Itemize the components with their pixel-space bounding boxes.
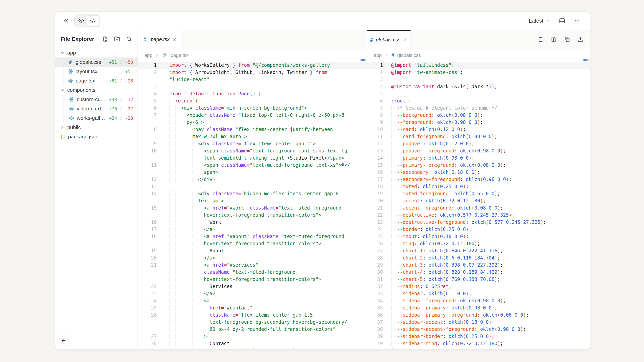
code-line[interactable]: 12 --popover: oklch(0.12 0 0); <box>367 140 590 147</box>
code-line[interactable]: 7 <header className="fixed top-0 left-0 … <box>138 112 367 119</box>
code-line[interactable]: 39 --sidebar-border: oklch(0.25 0 0); <box>367 333 590 340</box>
tree-folder-public[interactable]: public <box>55 123 138 132</box>
close-tab-icon[interactable] <box>403 38 408 42</box>
new-file-button[interactable] <box>102 36 108 42</box>
split-editor-button[interactable] <box>537 36 543 42</box>
code-line[interactable]: text-foreground bg-secondary hover:bg-se… <box>138 319 367 326</box>
code-line[interactable]: 18 --muted: oklch(0.25 0 0); <box>367 183 590 190</box>
code-line[interactable]: 1@import "tailwindcss"; <box>367 62 590 69</box>
collapse-panel-button[interactable] <box>61 16 71 25</box>
code-line[interactable]: 28 --chart-2: oklch(0.6 0.118 184.704); <box>367 254 590 262</box>
code-line[interactable]: 80 px-4 py-2 rounded-full transition-col… <box>138 326 367 333</box>
code-line[interactable]: py-6"> <box>138 119 367 126</box>
code-line[interactable]: 10 --card: oklch(0.12 0 0); <box>367 126 590 133</box>
code-line[interactable]: 20 </a> <box>138 254 367 262</box>
code-line[interactable]: 15 --primary-foreground: oklch(0.08 0 0)… <box>367 162 590 169</box>
code-line[interactable]: font-semibold tracking-tight">Studio Pix… <box>138 154 367 162</box>
tree-file-layout.tsx[interactable]: layout.tsx+51 <box>55 67 138 76</box>
code-line[interactable]: 11 --card-foreground: oklch(0.98 0 0); <box>367 133 590 140</box>
code-toggle-button[interactable] <box>87 15 99 26</box>
code-line[interactable]: 11 <span className="text-muted-foregroun… <box>138 162 367 169</box>
code-line[interactable]: 4@custom-variant dark (&:is(.dark *)); <box>367 83 590 90</box>
code-line[interactable]: 7 /* New dark elegant color scheme */ <box>367 104 590 112</box>
code-line[interactable]: 10 <span className="text-foreground font… <box>138 147 367 154</box>
code-line[interactable]: 5 return ( <box>138 97 367 104</box>
preview-toggle-button[interactable] <box>76 15 87 26</box>
code-line[interactable]: 3 <box>138 83 367 90</box>
code-line[interactable]: className="text-muted-foreground <box>138 269 367 276</box>
collapse-sidebar-button[interactable] <box>58 335 68 346</box>
code-line[interactable]: 25 --input: oklch(0.18 0 0); <box>367 233 590 240</box>
code-line[interactable]: 23 --destructive-foreground: oklch(0.577… <box>367 219 590 226</box>
download-button[interactable] <box>578 36 584 42</box>
code-line[interactable]: hover:text-foreground transition-colors"… <box>138 276 367 283</box>
code-line[interactable]: 22 Services <box>138 283 367 290</box>
code-line[interactable]: 27 > <box>138 333 367 340</box>
panel-bottom-button[interactable] <box>559 18 565 24</box>
code-line[interactable]: 15 <a href="#work" className="text-muted… <box>138 204 367 212</box>
code-line[interactable]: 29 --chart-3: oklch(0.398 0.07 227.392); <box>367 262 590 269</box>
code-line[interactable]: 8 <nav className="flex items-center just… <box>138 126 367 133</box>
code-line[interactable]: 36 --sidebar-primary-foreground: oklch(0… <box>367 312 590 319</box>
code-line[interactable]: 20 --accent: oklch(0.72 0.12 180); <box>367 197 590 204</box>
code-line[interactable]: 2@import "tw-animate-css"; <box>367 69 590 76</box>
version-dropdown[interactable]: Latest <box>529 18 550 24</box>
code-line[interactable]: 21 <a href="#services" <box>138 262 367 269</box>
code-line[interactable]: 13 --popover-foreground: oklch(0.98 0 0)… <box>367 147 590 154</box>
close-tab-icon[interactable] <box>172 37 177 42</box>
code-line[interactable]: 30 --chart-4: oklch(0.828 0.189 84.429); <box>367 269 590 276</box>
code-line[interactable]: 19 --muted-foreground: oklch(0.65 0 0); <box>367 190 590 197</box>
code-line[interactable]: 5 <box>367 90 590 97</box>
tree-folder-app[interactable]: app <box>55 48 138 57</box>
more-options-button[interactable] <box>574 18 580 24</box>
tab-page-tsx[interactable]: page.tsx <box>138 30 181 49</box>
code-line[interactable]: 17 --secondary-foreground: oklch(0.98 0 … <box>367 176 590 183</box>
code-line[interactable]: 29 <ArrowUpRight className="w-4 h-4" /> <box>138 347 367 349</box>
code-line[interactable]: 31 --chart-5: oklch(0.769 0.188 70.08); <box>367 276 590 283</box>
copy-code-button[interactable] <box>564 36 570 42</box>
code-line[interactable]: 14 <div className="hidden md:flex items-… <box>138 190 367 197</box>
code-line[interactable]: 24 --border: oklch(0.25 0 0); <box>367 226 590 233</box>
code-line[interactable]: 38 --sidebar-accent-foreground: oklch(0.… <box>367 326 590 333</box>
tree-file-custom-curs[interactable]: custom-curs…+33 / -12 <box>55 95 138 104</box>
code-line[interactable]: 37 --sidebar-accent: oklch(0.18 0 0); <box>367 319 590 326</box>
code-line[interactable]: hover:text-foreground transition-colors"… <box>138 240 367 247</box>
code-line[interactable]: 18 <a href="#about" className="text-mute… <box>138 233 367 240</box>
code-line[interactable]: 34 --sidebar-foreground: oklch(0.98 0 0)… <box>367 297 590 304</box>
tree-file-page.tsx[interactable]: page.tsx+81 / -28 <box>55 76 138 85</box>
tab-globals-css[interactable]: # globals.css <box>367 30 411 49</box>
code-line[interactable]: 4export default function Page() { <box>138 90 367 97</box>
code-line[interactable]: 23 </a> <box>138 290 367 297</box>
tree-file-video-card.tsx[interactable]: video-card.tsx+76 / -27 <box>55 104 138 113</box>
file-diff-button[interactable] <box>550 36 556 42</box>
code-line[interactable]: 24 <a <box>138 297 367 304</box>
code-line[interactable]: 33 --sidebar: oklch(0.1 0 0); <box>367 290 590 297</box>
tree-file-globals.css[interactable]: #globals.css+51 / -50 <box>55 57 138 67</box>
code-line[interactable]: 17 </a> <box>138 226 367 233</box>
new-folder-button[interactable] <box>114 36 120 42</box>
code-line[interactable]: 8 --background: oklch(0.08 0 0); <box>367 112 590 119</box>
code-line[interactable]: 14 --primary: oklch(0.98 0 0); <box>367 154 590 162</box>
code-line[interactable]: 6 <div className="min-h-screen bg-backgr… <box>138 104 367 112</box>
code-line[interactable]: 2import { ArrowUpRight, Github, Linkedin… <box>138 69 367 76</box>
code-line[interactable]: max-w-7xl mx-auto"> <box>138 133 367 140</box>
tree-folder-components[interactable]: components <box>55 85 138 95</box>
code-line[interactable]: 13 <box>138 183 367 190</box>
code-line[interactable]: hover:text-foreground transition-colors"… <box>138 212 367 219</box>
code-line[interactable]: 41} <box>367 347 590 349</box>
code-line[interactable]: 12 </div> <box>138 176 367 183</box>
code-line[interactable]: 16 --secondary: oklch(0.18 0 0); <box>367 169 590 176</box>
code-line[interactable]: 25 href="#contact" <box>138 304 367 312</box>
code-line[interactable]: span> <box>138 169 367 176</box>
code-line[interactable]: 16 Work <box>138 219 367 226</box>
code-line[interactable]: 28 Contact <box>138 340 367 347</box>
search-files-button[interactable] <box>126 36 132 42</box>
tree-file-package.json[interactable]: {}package.json <box>55 132 138 141</box>
code-line[interactable]: 9 <div className="flex items-center gap-… <box>138 140 367 147</box>
code-line[interactable]: "lucide-react" <box>138 76 367 83</box>
code-line[interactable]: 40 --sidebar-ring: oklch(0.72 0.12 180); <box>367 340 590 347</box>
code-line[interactable]: 26 className="flex items-center gap-1.5 <box>138 312 367 319</box>
right-code[interactable]: 1@import "tailwindcss";2@import "tw-anim… <box>367 62 590 349</box>
code-line[interactable]: 26 --ring: oklch(0.72 0.12 180); <box>367 240 590 247</box>
code-line[interactable]: 3 <box>367 76 590 83</box>
